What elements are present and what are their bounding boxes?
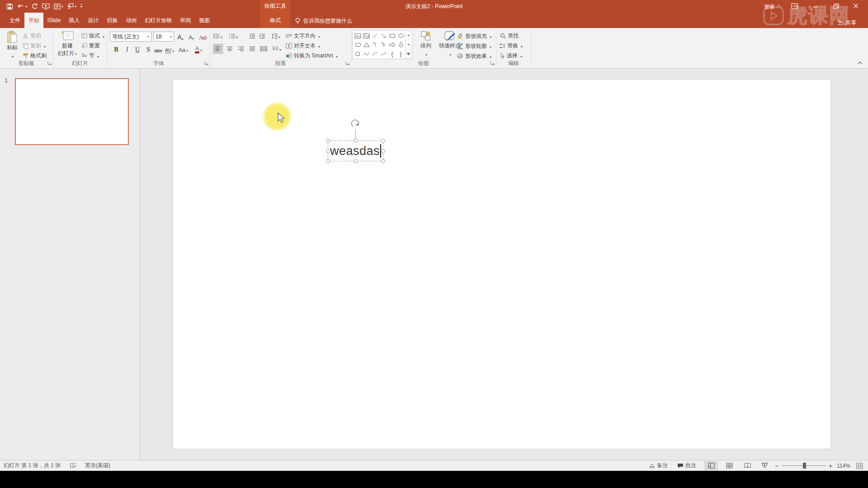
layout-button[interactable]: 版式 <box>81 31 104 40</box>
restore-button[interactable] <box>828 0 844 12</box>
bold-button[interactable]: B <box>112 44 121 54</box>
resize-handle-se[interactable] <box>381 159 385 163</box>
resize-handle-sw[interactable] <box>326 159 330 163</box>
drawing-dialog-launcher[interactable] <box>491 59 495 67</box>
tab-home[interactable]: 开始 <box>24 13 43 28</box>
shape-arc-icon[interactable] <box>371 49 379 58</box>
zoom-in-button[interactable]: + <box>829 460 832 471</box>
shape-right-arrow-icon[interactable] <box>388 40 396 49</box>
columns-button[interactable] <box>272 44 282 54</box>
new-slide-dropdown[interactable] <box>74 50 77 56</box>
clipboard-dialog-launcher[interactable] <box>47 59 52 67</box>
notes-button[interactable]: 备注 <box>649 460 668 471</box>
text-shadow-button[interactable]: S <box>144 44 153 54</box>
copy-dropdown[interactable] <box>43 42 46 50</box>
paste-dropdown[interactable] <box>11 52 14 60</box>
resize-handle-ne[interactable] <box>381 139 385 143</box>
gallery-scroll-down-icon[interactable]: ▼ <box>406 40 411 50</box>
tab-design[interactable]: 设计 <box>84 13 103 28</box>
arrange-button[interactable]: 排列 <box>415 30 436 64</box>
tab-transitions[interactable]: 切换 <box>103 13 122 28</box>
customize-qat-icon[interactable]: ▾ <box>80 4 82 9</box>
slide[interactable] <box>173 79 831 449</box>
tab-islide[interactable]: iSlide <box>43 13 65 28</box>
comments-button[interactable]: 批注 <box>677 460 696 471</box>
tab-animations[interactable]: 动画 <box>122 13 141 28</box>
resize-handle-nw[interactable] <box>326 139 330 143</box>
character-spacing-dropdown[interactable] <box>171 48 174 53</box>
line-spacing-button[interactable] <box>271 31 281 41</box>
shape-left-brace-icon[interactable]: { <box>388 49 396 58</box>
underline-button[interactable]: U <box>133 44 142 54</box>
section-button[interactable]: 节 <box>81 51 99 60</box>
resize-handle-n[interactable] <box>354 139 358 143</box>
justify-button[interactable] <box>247 44 257 54</box>
copy-button[interactable]: 复制 <box>23 41 46 50</box>
clear-formatting-button[interactable]: A <box>198 32 208 42</box>
resize-handle-s[interactable] <box>354 159 358 163</box>
shape-oval-icon[interactable] <box>396 31 405 40</box>
numbering-button[interactable] <box>228 31 238 41</box>
tell-me-box[interactable]: 告诉我你想要做什么 <box>295 17 352 25</box>
tab-file[interactable]: 文件 <box>5 13 24 28</box>
shrink-font-button[interactable]: A▾ <box>187 32 196 42</box>
shape-rectangle-icon[interactable] <box>388 31 396 40</box>
italic-button[interactable]: I <box>123 44 132 54</box>
shape-curve-icon[interactable] <box>379 49 388 58</box>
font-size-combo[interactable]: 18 <box>153 32 174 42</box>
tab-view[interactable]: 视图 <box>195 13 214 28</box>
gallery-more-icon[interactable]: ▬▼ <box>406 49 411 59</box>
shape-scribble-icon[interactable] <box>362 49 371 58</box>
paste-options-icon[interactable] <box>67 3 76 9</box>
spell-check-icon[interactable] <box>70 460 76 471</box>
shape-outline-button[interactable]: 形状轮廓 <box>457 42 491 51</box>
format-painter-button[interactable]: 格式刷 <box>23 51 47 60</box>
undo-icon[interactable] <box>17 3 27 9</box>
columns-dropdown[interactable] <box>278 45 281 53</box>
replace-button[interactable]: 替换 <box>499 41 523 50</box>
arrange-dropdown[interactable] <box>425 50 427 58</box>
convert-smartart-button[interactable]: 转换为 SmartArt <box>286 51 338 60</box>
ribbon-display-options-button[interactable] <box>787 0 802 12</box>
zoom-out-button[interactable]: − <box>775 460 778 471</box>
slideshow-view-button[interactable] <box>758 461 771 470</box>
zoom-level[interactable]: 114% <box>837 460 850 471</box>
slide-thumbnail[interactable] <box>15 78 129 145</box>
new-slide-button[interactable]: 新建 幻灯片 <box>55 30 80 64</box>
align-text-button[interactable]: 对齐文本 <box>286 41 320 50</box>
font-name-combo[interactable]: 等线 (正文) <box>110 32 151 42</box>
shape-line-icon[interactable] <box>371 31 379 40</box>
shape-down-arrow-icon[interactable] <box>396 40 405 49</box>
shape-rounded-rectangle-icon[interactable] <box>354 40 362 49</box>
shape-textbox-icon[interactable]: A <box>354 31 362 40</box>
text-box[interactable]: weasdas <box>328 141 383 161</box>
distribute-text-button[interactable] <box>259 44 269 54</box>
shape-elbow-connector-icon[interactable] <box>371 40 379 49</box>
slide-sorter-view-button[interactable] <box>722 461 736 470</box>
redo-icon[interactable] <box>31 3 38 9</box>
tab-insert[interactable]: 插入 <box>65 13 84 28</box>
fit-slide-to-window-button[interactable] <box>856 460 863 471</box>
shape-triangle-icon[interactable] <box>362 40 371 49</box>
text-direction-button[interactable]: A 文字方向 <box>286 31 320 40</box>
save-icon[interactable] <box>6 3 13 10</box>
font-color-button[interactable]: A <box>194 44 203 54</box>
minimize-button[interactable] <box>807 0 823 12</box>
bullets-dropdown[interactable] <box>220 32 222 40</box>
reading-view-button[interactable] <box>741 461 754 470</box>
change-case-button[interactable]: Aa <box>179 44 188 54</box>
slide-layout-icon[interactable] <box>54 4 63 9</box>
shapes-gallery-scrollbar[interactable]: ▲ ▼ ▬▼ <box>405 31 411 59</box>
align-left-button[interactable] <box>213 44 223 54</box>
increase-indent-button[interactable] <box>257 31 267 41</box>
start-from-beginning-icon[interactable] <box>42 3 50 9</box>
tab-slideshow[interactable]: 幻灯片放映 <box>141 13 176 28</box>
sign-in-link[interactable]: 登录 <box>764 3 775 11</box>
layout-dropdown[interactable] <box>102 32 104 40</box>
find-button[interactable]: 查找 <box>500 31 519 40</box>
resize-handle-w[interactable] <box>326 149 330 153</box>
section-dropdown[interactable] <box>96 52 99 60</box>
normal-view-button[interactable] <box>704 461 718 470</box>
tab-review[interactable]: 审阅 <box>176 13 195 28</box>
change-case-dropdown[interactable] <box>185 47 188 53</box>
